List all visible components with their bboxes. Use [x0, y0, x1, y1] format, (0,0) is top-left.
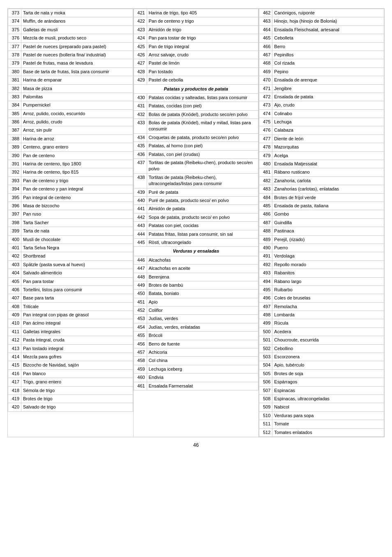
row-label: Galletas integrales — [21, 327, 133, 336]
table-row: 482Zanahoria, carlota — [259, 176, 384, 185]
table-row: 469Pepino — [259, 67, 384, 76]
row-number: 471 — [259, 84, 272, 93]
table-row: 401Tarta Selva Negra — [8, 244, 133, 252]
row-label: Tarta Selva Negra — [21, 244, 133, 252]
row-number: 373 — [8, 9, 21, 17]
row-label: Pastel de nueces (preparado para pastel) — [21, 42, 133, 51]
row-number: 503 — [259, 353, 272, 361]
table-row: 501Choucroute, escurrida — [259, 336, 384, 344]
row-label: Pan integral con pipas de girasol — [21, 311, 133, 319]
row-number: 396 — [8, 202, 21, 210]
table-row: 461Ensalada Farmersalat — [134, 382, 258, 390]
row-label: Brotes de bambú — [147, 281, 258, 289]
table-row: 396Masa de bizcocho — [8, 202, 133, 210]
table-row: 405Pan para tostar — [8, 277, 133, 285]
page: 373Tarta de nata y moka374Muffin, de ará… — [0, 0, 392, 456]
row-label: Berenjena — [147, 273, 258, 281]
row-label: Arroz, pulido, crudo — [21, 118, 133, 126]
row-number: 380 — [8, 67, 21, 76]
row-number: 475 — [259, 118, 272, 126]
table-row: 387Arroz, sin pulir — [8, 126, 133, 135]
row-label: Alcachofas en aceite — [147, 265, 258, 273]
row-number: 390 — [8, 151, 21, 160]
table-row: 481Rábano rusticano — [259, 168, 384, 176]
table-row: 385Arroz, pulido, cocido, escurrido — [8, 109, 133, 118]
table-row: 447Alcachofas en aceite — [134, 265, 258, 273]
row-label: Arroz salvaje, crudo — [147, 51, 258, 59]
table-row: 438Tortitas de patata (Reibeku-chen), ul… — [134, 173, 258, 188]
row-number: 472 — [259, 93, 272, 101]
table-row: 407Base para tarta — [8, 294, 133, 302]
row-label: Repollo morado — [272, 260, 384, 269]
table-row: 477Diente de león — [259, 135, 384, 143]
row-label: Endivia — [147, 374, 258, 382]
row-label: Lechuga iceberg — [147, 365, 258, 373]
row-number: 414 — [8, 353, 21, 361]
table-row: Verduras y ensaladas — [134, 247, 258, 256]
row-number: 394 — [8, 185, 21, 193]
row-label: Pan blanco — [21, 369, 133, 378]
table-row: 382Masa de pizza — [8, 84, 133, 93]
table-row: 508Espinacas, ultracongeladas — [259, 395, 384, 403]
table-row: 416Pan blanco — [8, 369, 133, 378]
row-number: 387 — [8, 126, 21, 135]
row-number: 479 — [259, 151, 272, 160]
row-number: 442 — [134, 213, 147, 221]
row-label: Ajo, crudo — [272, 101, 384, 109]
row-label: Hinojo, hoja (hinojo de Bolonia) — [272, 17, 384, 26]
table-row: 493Rabanitos — [259, 269, 384, 277]
row-number: 473 — [259, 101, 272, 109]
row-label: Brotes de fríjol verde — [272, 193, 384, 202]
row-label: Almidón de patata — [147, 205, 258, 213]
row-number: 493 — [259, 269, 272, 277]
row-number: 508 — [259, 395, 272, 403]
row-label: Patatas, cocidas (con piel) — [147, 102, 258, 110]
row-number: 439 — [134, 188, 147, 196]
table-row: 448Berenjena — [134, 273, 258, 281]
table-row: 491Verdolaga — [259, 252, 384, 260]
table-row: 399Tarta de nata — [8, 227, 133, 235]
row-number: 474 — [259, 109, 272, 118]
row-number: 449 — [134, 281, 147, 289]
table-row: 420Salvado de trigo — [8, 403, 133, 411]
row-number: 495 — [259, 285, 272, 294]
row-number: 497 — [259, 302, 272, 311]
row-label: Harina de empanar — [21, 76, 133, 84]
table-row: 459Lechuga iceberg — [134, 365, 258, 373]
table-row: 404Salvado alimenticio — [8, 269, 133, 277]
row-number: 409 — [8, 311, 21, 319]
row-label: Patatas fritas, listas para consumir, si… — [147, 230, 258, 238]
row-label: Ensalada de pasta, italiana — [272, 202, 384, 210]
table-row: 432Bolas de patata (Knödel), producto se… — [134, 110, 258, 118]
table-row: 436Patatas, con piel (crudas) — [134, 150, 258, 158]
table-row: 451Apio — [134, 298, 258, 306]
row-number: 377 — [8, 42, 21, 51]
table-row: 434Croquetas de patata, producto seco/en… — [134, 133, 258, 142]
table-row: 379Pastel de frutas, masa de levadura — [8, 59, 133, 67]
table-row: 398Tarta Sacher — [8, 218, 133, 227]
row-number: 500 — [259, 327, 272, 336]
row-number: 454 — [134, 323, 147, 331]
row-number: 406 — [8, 285, 21, 294]
row-number: 434 — [134, 133, 147, 142]
table-row: 425Pan de trigo integral — [134, 42, 258, 51]
row-label: Tarta de nata y moka — [21, 9, 133, 17]
table-row: 476Calabaza — [259, 126, 384, 135]
row-number: 505 — [259, 369, 272, 378]
row-label: Bizcocho de Navidad, sajón — [21, 361, 133, 369]
row-label: Tomates enlatados — [272, 428, 384, 436]
table-row: 468Col rizada — [259, 59, 384, 67]
row-label: Pepinillos — [272, 51, 384, 59]
row-number: 382 — [8, 84, 21, 93]
row-label: Jengibre — [272, 84, 384, 93]
table-row: 391Harina de centeno, tipo 1800 — [8, 160, 133, 168]
row-label: Zanahorias (carlotas), enlatadas — [272, 185, 384, 193]
row-label: Pan de centeno — [21, 151, 133, 160]
row-label: Escorzonera — [272, 353, 384, 361]
row-label: Tortellini, listos para consumir — [21, 285, 133, 294]
row-number: 501 — [259, 336, 272, 344]
row-number: 408 — [8, 302, 21, 311]
table-row: 411Galletas integrales — [8, 327, 133, 336]
table-row: 510Verduras para sopa — [259, 411, 384, 420]
table-row: 485Ensalada de pasta, italiana — [259, 202, 384, 210]
